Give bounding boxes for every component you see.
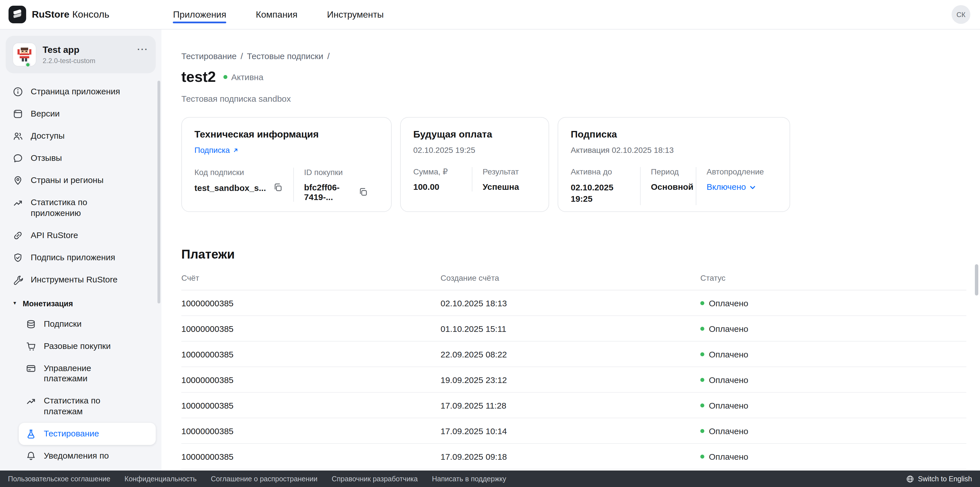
autorenewal-dropdown[interactable]: Включено (706, 182, 764, 192)
card-title: Будущая оплата (413, 129, 536, 140)
table-header-row: Счёт Создание счёта Статус (181, 273, 966, 290)
field-result: Результат Успешна (472, 167, 529, 192)
cart-icon (25, 341, 37, 352)
footer-link-support[interactable]: Написать в поддержку (432, 475, 506, 483)
sidebar-item-app-stats[interactable]: Статистика по приложению (6, 192, 156, 224)
field-amount: Сумма, ₽ 100.00 (413, 167, 472, 192)
sidebar-item-testing[interactable]: Тестирование (19, 422, 156, 445)
app-card[interactable]: Test app 2.2.0-test-custom ··· (6, 36, 156, 73)
status-text: Оплачено (709, 324, 748, 333)
language-switch[interactable]: Switch to English (906, 475, 972, 483)
sidebar-item-versions[interactable]: Версии (6, 103, 156, 125)
field-period: Период Основной (640, 167, 696, 205)
link-icon (13, 230, 23, 241)
sidebar-item-payments-stats[interactable]: Статистика по платежам (19, 390, 156, 422)
sidebar-item-one-time-purchases[interactable]: Разовые покупки (19, 335, 156, 357)
sidebar-item-reviews[interactable]: Отзывы (6, 147, 156, 169)
card-fields: Код подписки test_sandbox_s... ID покупк… (194, 168, 379, 202)
rustore-console-page: RuStoreКонсоль Приложения Компания Инстр… (0, 0, 980, 487)
card-future-payment: Будущая оплата 02.10.2025 19:25 Сумма, ₽… (400, 117, 549, 212)
field-autorenewal: Автопродление Включено (696, 167, 774, 205)
sidebar-item-label: Уведомления по (44, 451, 109, 461)
sidebar-item-api-rustore[interactable]: API RuStore (6, 224, 156, 246)
sidebar-item-label: Отзывы (31, 153, 62, 163)
sidebar-item-payments-management[interactable]: Управление платежами (19, 357, 156, 390)
paid-dot-icon (700, 455, 704, 458)
triangle-down-icon: ▼ (13, 300, 17, 305)
status-cell: Оплачено (700, 341, 966, 367)
rustore-logo-icon (8, 6, 26, 23)
footer-link-user-agreement[interactable]: Пользовательское соглашение (8, 475, 110, 483)
brand[interactable]: RuStoreКонсоль (8, 6, 110, 23)
status-text: Оплачено (709, 401, 748, 410)
field-label: ID покупки (304, 168, 368, 177)
payments-title: Платежи (181, 247, 966, 262)
paid-dot-icon (700, 429, 704, 433)
flask-icon (25, 428, 37, 439)
sidebar-item-rustore-tools[interactable]: Инструменты RuStore (6, 268, 156, 291)
invoice-cell: 10000000385 (181, 444, 441, 469)
breadcrumb-link-testing[interactable]: Тестирование (181, 51, 237, 61)
sidebar-item-label: Версии (31, 108, 60, 119)
chat-icon (13, 153, 23, 163)
breadcrumb-link-test-subscriptions[interactable]: Тестовые подписки (247, 51, 323, 61)
footer-link-distribution-agreement[interactable]: Соглашение о распространении (211, 475, 318, 483)
card-icon (25, 363, 37, 374)
field-purchase-id: ID покупки bfc2ff06-7419-... (293, 168, 379, 202)
map-pin-icon (13, 175, 23, 186)
app-meta: Test app 2.2.0-test-custom (43, 44, 95, 65)
app-icon (13, 43, 37, 67)
app-menu-ellipsis-icon[interactable]: ··· (137, 44, 148, 54)
app-version: 2.2.0-test-custom (43, 57, 95, 65)
payment-row: 10000000385 17.09.2025 09:18 Оплачено (181, 444, 966, 469)
content-area: Тестирование / Тестовые подписки / test2… (161, 30, 980, 487)
field-label: Сумма, ₽ (413, 167, 461, 176)
status-dot-icon (223, 75, 227, 79)
invoice-cell: 10000000385 (181, 418, 441, 444)
footer-link-privacy[interactable]: Конфиденциальность (124, 475, 197, 483)
stack-icon (25, 319, 37, 329)
wrench-icon (13, 274, 23, 285)
bell-icon (25, 451, 37, 461)
page-subtitle: Тестовая подписка sandbox (181, 94, 966, 103)
page-scrollbar[interactable] (975, 264, 978, 295)
paid-dot-icon (700, 327, 704, 331)
breadcrumb-separator: / (241, 51, 243, 61)
sidebar-item-subscriptions[interactable]: Подписки (19, 313, 156, 335)
copy-icon[interactable] (273, 182, 283, 193)
tab-applications[interactable]: Приложения (173, 0, 226, 29)
card-subtitle: 02.10.2025 19:25 (413, 146, 536, 155)
card-technical-info: Техническая информация Подписка Код подп… (181, 117, 392, 212)
title-row: test2 Активна (181, 68, 966, 86)
sidebar-item-access[interactable]: Доступы (6, 125, 156, 147)
external-link-icon (233, 147, 239, 153)
sidebar-item-countries[interactable]: Страны и регионы (6, 169, 156, 192)
status-label: Активна (231, 72, 263, 82)
sidebar-item-label: Статистика по приложению (31, 197, 131, 219)
app-pixel-art-icon (16, 46, 33, 63)
subscription-link[interactable]: Подписка (194, 146, 239, 155)
copy-icon[interactable] (358, 187, 368, 197)
footer-link-developer-guide[interactable]: Справочник разработчика (332, 475, 418, 483)
sidebar-scrollbar[interactable] (158, 81, 160, 303)
tab-company[interactable]: Компания (256, 0, 297, 29)
info-icon (13, 86, 23, 97)
sidebar-item-app-signature[interactable]: Подпись приложения (6, 246, 156, 268)
sidebar-item-label: Подпись приложения (31, 252, 115, 263)
avatar[interactable]: СК (951, 5, 970, 24)
status-cell: Оплачено (700, 367, 966, 392)
status-badge: Активна (223, 72, 263, 82)
status-text: Оплачено (709, 452, 748, 462)
status-cell: Оплачено (700, 444, 966, 469)
sidebar-item-label: Управление платежами (44, 363, 130, 384)
status-text: Оплачено (709, 349, 748, 359)
brand-text: RuStoreКонсоль (32, 9, 110, 20)
created-cell: 17.09.2025 09:18 (441, 444, 700, 469)
paid-dot-icon (700, 352, 704, 356)
brand-name: RuStore (32, 9, 69, 20)
sidebar-section-monetization[interactable]: ▼ Монетизация (6, 291, 156, 313)
tab-tools[interactable]: Инструменты (327, 0, 384, 29)
sidebar-item-app-page[interactable]: Страница приложения (6, 81, 156, 103)
sidebar-item-label: Страница приложения (31, 86, 120, 97)
sidebar-item-notifications[interactable]: Уведомления по (19, 445, 156, 467)
